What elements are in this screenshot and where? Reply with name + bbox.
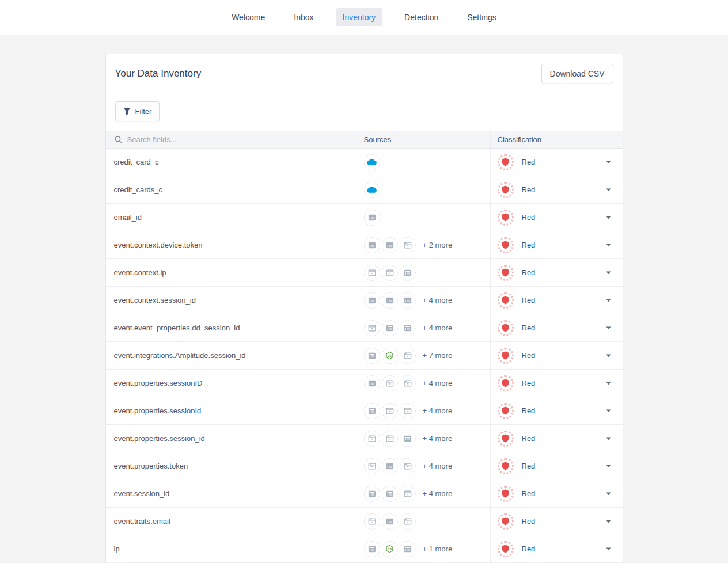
shield-icon bbox=[498, 513, 514, 530]
classification-select[interactable]: Red bbox=[490, 535, 623, 562]
nodejs-icon[interactable]: JS bbox=[382, 348, 398, 364]
sources-cell: + 4 more bbox=[357, 425, 490, 452]
browser-outline-icon[interactable] bbox=[400, 486, 416, 502]
more-sources-label[interactable]: + 7 more bbox=[423, 351, 453, 360]
browser-outline-icon[interactable] bbox=[364, 431, 380, 447]
window-filled-icon[interactable] bbox=[364, 375, 380, 391]
classification-select[interactable]: Red bbox=[490, 397, 623, 424]
download-csv-button[interactable]: Download CSV bbox=[541, 64, 613, 83]
classification-select[interactable]: Red bbox=[490, 259, 623, 286]
window-filled-icon[interactable] bbox=[364, 403, 380, 419]
more-sources-label[interactable]: + 4 more bbox=[423, 296, 453, 305]
source-icons bbox=[364, 154, 382, 170]
classification-select[interactable]: Red bbox=[490, 480, 623, 507]
classification-select[interactable]: Red bbox=[490, 342, 623, 369]
window-filled-icon[interactable] bbox=[382, 237, 398, 253]
classification-select[interactable]: Red bbox=[490, 204, 623, 231]
tab-detection[interactable]: Detection bbox=[397, 8, 445, 26]
window-filled-icon[interactable] bbox=[382, 458, 398, 474]
classification-select[interactable]: Red bbox=[490, 425, 623, 452]
filter-button[interactable]: Filter bbox=[115, 101, 160, 121]
sources-cell: + 4 more bbox=[357, 287, 490, 314]
top-nav: Welcome Inbox Inventory Detection Settin… bbox=[0, 0, 728, 35]
browser-outline-icon[interactable] bbox=[364, 265, 380, 281]
window-filled-icon[interactable] bbox=[364, 541, 380, 557]
classification-value: Red bbox=[522, 434, 536, 443]
tab-welcome[interactable]: Welcome bbox=[225, 8, 272, 26]
classification-select[interactable]: Red bbox=[490, 287, 623, 314]
classification-value: Red bbox=[522, 241, 536, 249]
source-icons bbox=[364, 320, 418, 336]
field-name: event.context.ip bbox=[114, 268, 166, 277]
classification-select[interactable]: Red bbox=[490, 314, 623, 341]
tab-inbox[interactable]: Inbox bbox=[287, 8, 320, 26]
sources-cell bbox=[357, 149, 490, 176]
browser-outline-icon[interactable] bbox=[382, 375, 398, 391]
nav-tabs: Welcome Inbox Inventory Detection Settin… bbox=[225, 8, 503, 26]
shield-icon bbox=[498, 541, 514, 557]
card-header: Your Data Inventory Download CSV bbox=[106, 54, 623, 83]
browser-outline-icon[interactable] bbox=[400, 403, 416, 419]
field-name-cell: event.context.device.token bbox=[106, 241, 357, 249]
window-filled-icon[interactable] bbox=[382, 513, 398, 530]
window-filled-icon[interactable] bbox=[364, 348, 380, 364]
table-row: event.properties.token + 4 more Red bbox=[106, 452, 623, 480]
window-filled-icon[interactable] bbox=[364, 210, 380, 226]
window-filled-icon[interactable] bbox=[364, 292, 380, 309]
browser-outline-icon[interactable] bbox=[400, 375, 416, 391]
window-filled-icon[interactable] bbox=[382, 320, 398, 336]
classification-select[interactable]: Red bbox=[490, 508, 623, 535]
browser-outline-icon[interactable] bbox=[382, 403, 398, 419]
sources-cell: + 4 more bbox=[357, 370, 490, 397]
window-filled-icon[interactable] bbox=[400, 292, 416, 309]
more-sources-label[interactable]: + 4 more bbox=[423, 489, 453, 498]
window-filled-icon[interactable] bbox=[400, 431, 416, 447]
nodejs-icon[interactable]: JS bbox=[382, 541, 398, 557]
more-sources-label[interactable]: + 4 more bbox=[423, 379, 453, 387]
window-filled-icon[interactable] bbox=[400, 265, 416, 281]
classification-value: Red bbox=[522, 185, 536, 194]
window-filled-icon[interactable] bbox=[382, 292, 398, 309]
browser-outline-icon[interactable] bbox=[400, 348, 416, 364]
table-body: credit_card_c Red credit_cards_c bbox=[106, 149, 623, 563]
tab-inventory[interactable]: Inventory bbox=[336, 8, 383, 26]
more-sources-label[interactable]: + 4 more bbox=[423, 324, 453, 332]
table-row: event.properties.sessionID + 4 more Red bbox=[106, 370, 623, 397]
classification-select[interactable]: Red bbox=[490, 231, 623, 258]
source-icons bbox=[364, 513, 418, 530]
browser-outline-icon[interactable] bbox=[400, 237, 416, 253]
classification-select[interactable]: Red bbox=[490, 452, 623, 480]
search-input[interactable] bbox=[127, 135, 346, 144]
window-filled-icon[interactable] bbox=[400, 320, 416, 336]
more-sources-label[interactable]: + 2 more bbox=[423, 241, 453, 249]
sources-cell: JS + 1 more bbox=[357, 535, 490, 562]
field-name-cell: event.integrations.Amplitude.session_id bbox=[106, 351, 357, 360]
browser-outline-icon[interactable] bbox=[364, 513, 380, 530]
shield-icon bbox=[498, 154, 514, 170]
browser-outline-icon[interactable] bbox=[400, 458, 416, 474]
classification-select[interactable]: Red bbox=[490, 176, 623, 203]
browser-outline-icon[interactable] bbox=[364, 458, 380, 474]
salesforce-icon[interactable] bbox=[364, 154, 380, 170]
source-icons bbox=[364, 237, 418, 253]
browser-outline-icon[interactable] bbox=[400, 513, 416, 530]
shield-icon bbox=[498, 237, 514, 253]
window-filled-icon[interactable] bbox=[364, 237, 380, 253]
more-sources-label[interactable]: + 4 more bbox=[423, 434, 453, 443]
tab-settings[interactable]: Settings bbox=[460, 8, 503, 26]
browser-outline-icon[interactable] bbox=[382, 265, 398, 281]
more-sources-label[interactable]: + 4 more bbox=[423, 406, 453, 415]
tab-label: Detection bbox=[404, 13, 438, 22]
browser-outline-icon[interactable] bbox=[382, 431, 398, 447]
browser-outline-icon[interactable] bbox=[364, 320, 380, 336]
window-filled-icon[interactable] bbox=[400, 541, 416, 557]
salesforce-icon[interactable] bbox=[364, 182, 380, 198]
classification-select[interactable]: Red bbox=[490, 370, 623, 397]
more-sources-label[interactable]: + 4 more bbox=[423, 462, 453, 470]
table-row: event.traits.email Red bbox=[106, 508, 623, 535]
more-sources-label[interactable]: + 1 more bbox=[423, 545, 453, 553]
classification-select[interactable]: Red bbox=[490, 149, 623, 176]
field-name: event.traits.email bbox=[114, 517, 170, 526]
window-filled-icon[interactable] bbox=[382, 486, 398, 502]
window-filled-icon[interactable] bbox=[364, 486, 380, 502]
